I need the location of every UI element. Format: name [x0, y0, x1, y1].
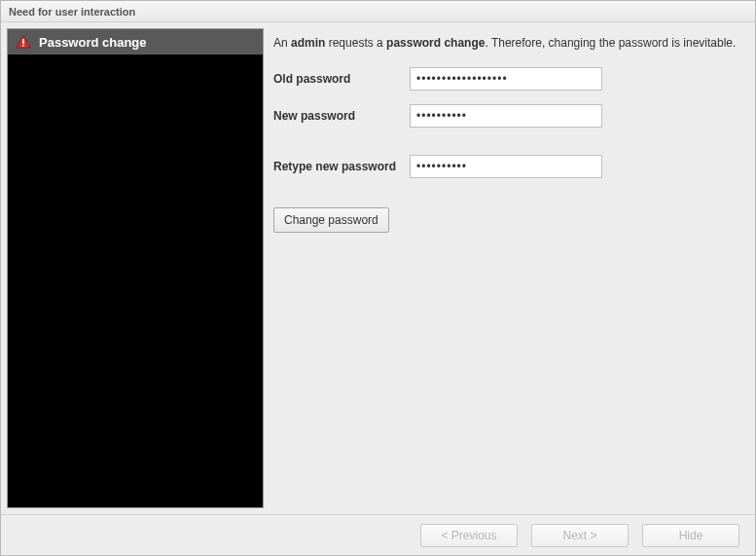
svg-rect-1 — [22, 39, 24, 44]
window-title: Need for user interaction — [9, 6, 135, 18]
notice-bold-pwchange: password change — [386, 36, 485, 50]
hide-button[interactable]: Hide — [642, 524, 739, 547]
input-old-password[interactable] — [410, 67, 602, 91]
notice-frag: An — [273, 36, 291, 50]
input-new-password[interactable] — [410, 104, 602, 128]
input-retype-password[interactable] — [410, 155, 602, 178]
label-retype-password: Retype new password — [273, 160, 410, 173]
notice-frag: requests a — [325, 36, 386, 50]
main-panel: An admin requests a password change. The… — [270, 28, 749, 508]
dialog-window: Need for user interaction Password chang… — [0, 0, 756, 556]
svg-rect-2 — [22, 45, 24, 47]
row-new-password: New password — [273, 104, 741, 128]
window-titlebar: Need for user interaction — [1, 1, 755, 22]
label-old-password: Old password — [273, 72, 410, 86]
dialog-footer: < Previous Next > Hide — [1, 514, 755, 555]
row-retype-password: Retype new password — [273, 155, 741, 178]
notice-text: An admin requests a password change. The… — [273, 36, 741, 50]
row-old-password: Old password — [273, 67, 741, 91]
sidebar-item-password-change[interactable]: Password change — [8, 29, 263, 55]
warning-icon — [16, 34, 31, 50]
sidebar: Password change — [7, 28, 264, 508]
sidebar-item-label: Password change — [39, 35, 147, 50]
notice-frag: . Therefore, changing the password is in… — [485, 36, 736, 50]
previous-button[interactable]: < Previous — [420, 524, 518, 547]
change-password-button[interactable]: Change password — [273, 207, 389, 233]
next-button[interactable]: Next > — [531, 524, 629, 547]
label-new-password: New password — [273, 109, 410, 123]
dialog-body: Password change An admin requests a pass… — [1, 22, 755, 514]
notice-bold-admin: admin — [291, 36, 325, 50]
